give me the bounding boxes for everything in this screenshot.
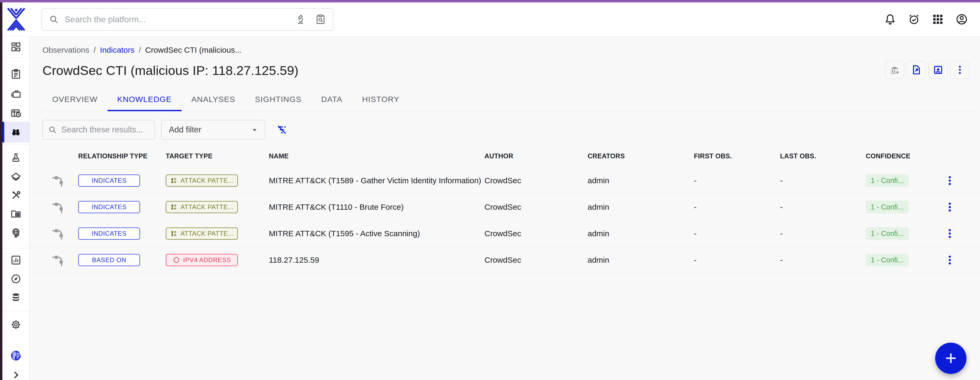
header-last-obs[interactable]: LAST OBS. [780, 152, 816, 160]
tab-knowledge[interactable]: KNOWLEDGE [107, 87, 181, 111]
target-type-label: ATTACK PATTE... [181, 177, 234, 184]
table-row[interactable]: BASED ON IPV4 ADDRESS 118.27.125.59 Crow… [30, 247, 980, 273]
sidebar-item-cases[interactable] [2, 84, 29, 103]
relationship-type-chip[interactable]: INDICATES [78, 228, 140, 240]
notifications-icon[interactable] [884, 13, 896, 25]
attack-pattern-icon [170, 177, 177, 184]
advanced-search-icon[interactable] [295, 14, 306, 25]
sidebar-item-threats[interactable] [2, 149, 29, 168]
header-author[interactable]: AUTHOR [484, 152, 513, 160]
target-type-chip[interactable]: IPV4 ADDRESS [166, 254, 238, 266]
more-options-button[interactable] [950, 61, 969, 79]
cell-name: 118.27.125.59 [269, 247, 319, 273]
header-confidence[interactable]: CONFIDENCE [866, 152, 910, 160]
cell-first-obs: - [694, 247, 697, 273]
kebab-menu-icon [944, 175, 956, 187]
sidebar-item-locations[interactable] [2, 223, 29, 242]
sidebar-item-data[interactable] [2, 288, 29, 307]
create-relationship-fab[interactable]: + [935, 343, 966, 374]
target-type-chip[interactable]: ATTACK PATTE... [166, 174, 238, 187]
table-row[interactable]: INDICATES ATTACK PATTE... MITRE ATT&CK (… [30, 194, 980, 220]
sidebar-collapse-toggle[interactable] [2, 366, 29, 380]
target-type-label: ATTACK PATTE... [181, 230, 234, 237]
header-name[interactable]: NAME [269, 152, 289, 160]
target-type-label: IPV4 ADDRESS [183, 256, 231, 264]
relationship-icon [52, 227, 65, 240]
clear-filters-icon[interactable] [276, 124, 288, 136]
sidebar-item-entities[interactable] [2, 204, 29, 223]
cell-first-obs: - [694, 194, 697, 220]
tab-analyses[interactable]: ANALYSES [181, 87, 245, 111]
row-menu-button[interactable] [942, 226, 957, 241]
filigran-logo-icon [10, 350, 21, 361]
confidence-badge: 1 - Confi... [866, 227, 909, 240]
target-type-label: ATTACK PATTE... [181, 203, 234, 211]
entity-actions [885, 61, 969, 79]
relationship-type-chip[interactable]: BASED ON [78, 254, 140, 266]
add-filter-select[interactable]: Add filter [161, 120, 265, 139]
breadcrumb-separator: / [94, 46, 96, 55]
apps-icon[interactable] [932, 13, 944, 25]
relationship-icon [52, 201, 65, 214]
export-button[interactable] [907, 61, 926, 79]
opencti-logo[interactable] [6, 7, 26, 32]
row-menu-button[interactable] [942, 253, 957, 268]
cell-creators: admin [587, 167, 609, 194]
download-box-icon [933, 65, 943, 75]
table-row[interactable]: INDICATES ATTACK PATTE... MITRE ATT&CK (… [30, 167, 980, 194]
sidebar-item-investigations[interactable] [2, 269, 29, 288]
table-row[interactable]: INDICATES ATTACK PATTE... MITRE ATT&CK (… [30, 220, 980, 247]
filter-bar: Add filter [43, 120, 288, 139]
download-button[interactable] [929, 61, 948, 79]
techniques-icon [10, 190, 21, 201]
breadcrumb-observations[interactable]: Observations [43, 46, 89, 55]
app-bar [2, 2, 980, 36]
header-creators[interactable]: CREATORS [587, 152, 625, 160]
relationship-icon [52, 174, 65, 187]
cell-author: CrowdSec [484, 167, 521, 194]
relationship-type-chip[interactable]: INDICATES [78, 201, 140, 213]
attack-pattern-icon [170, 203, 177, 211]
row-menu-button[interactable] [942, 173, 957, 188]
cell-creators: admin [587, 247, 609, 273]
browser-theme-bar [0, 0, 980, 2]
page-title: CrowdSec CTI (malicious IP: 118.27.125.5… [43, 63, 299, 78]
sidebar-item-settings[interactable] [2, 315, 29, 334]
sidebar-divider [2, 311, 29, 311]
global-search [41, 8, 333, 30]
row-menu-button[interactable] [942, 200, 957, 214]
chevron-right-icon [10, 369, 21, 380]
header-relationship-type[interactable]: RELATIONSHIP TYPE [78, 152, 148, 160]
sidebar-item-dashboards[interactable] [2, 250, 29, 269]
results-search-input[interactable] [61, 125, 149, 135]
tab-sightings[interactable]: SIGHTINGS [245, 87, 311, 111]
cell-last-obs: - [780, 194, 783, 220]
sidebar-item-dashboard[interactable] [2, 37, 29, 56]
tab-history[interactable]: HISTORY [352, 87, 409, 111]
sidebar-item-events[interactable] [2, 103, 29, 123]
global-search-input[interactable] [65, 14, 289, 24]
left-sidebar [2, 36, 30, 380]
cell-author: CrowdSec [484, 247, 521, 273]
tab-data[interactable]: DATA [311, 87, 352, 111]
sidebar-item-analyses[interactable] [2, 65, 29, 84]
sidebar-item-arsenal[interactable] [2, 167, 29, 187]
relationship-type-chip[interactable]: INDICATES [78, 174, 140, 187]
header-target-type[interactable]: TARGET TYPE [166, 152, 212, 160]
sidebar-item-techniques[interactable] [2, 186, 29, 205]
file-export-icon [911, 65, 922, 75]
triggers-icon[interactable] [908, 13, 920, 25]
bulk-search-icon[interactable] [315, 14, 326, 25]
target-type-chip[interactable]: ATTACK PATTE... [166, 228, 238, 240]
target-type-chip[interactable]: ATTACK PATTE... [166, 201, 238, 213]
account-icon[interactable] [956, 13, 968, 25]
tab-overview[interactable]: OVERVIEW [43, 87, 107, 111]
sidebar-item-observations[interactable] [2, 122, 29, 142]
entities-icon [10, 208, 21, 220]
header-first-obs[interactable]: FIRST OBS. [694, 152, 732, 160]
sidebar-item-filigran[interactable] [2, 346, 29, 365]
enrichment-icon [889, 65, 900, 75]
breadcrumb-indicators[interactable]: Indicators [100, 46, 134, 55]
entity-tabs: OVERVIEW KNOWLEDGE ANALYSES SIGHTINGS DA… [43, 87, 976, 111]
enrich-button[interactable] [885, 61, 904, 79]
